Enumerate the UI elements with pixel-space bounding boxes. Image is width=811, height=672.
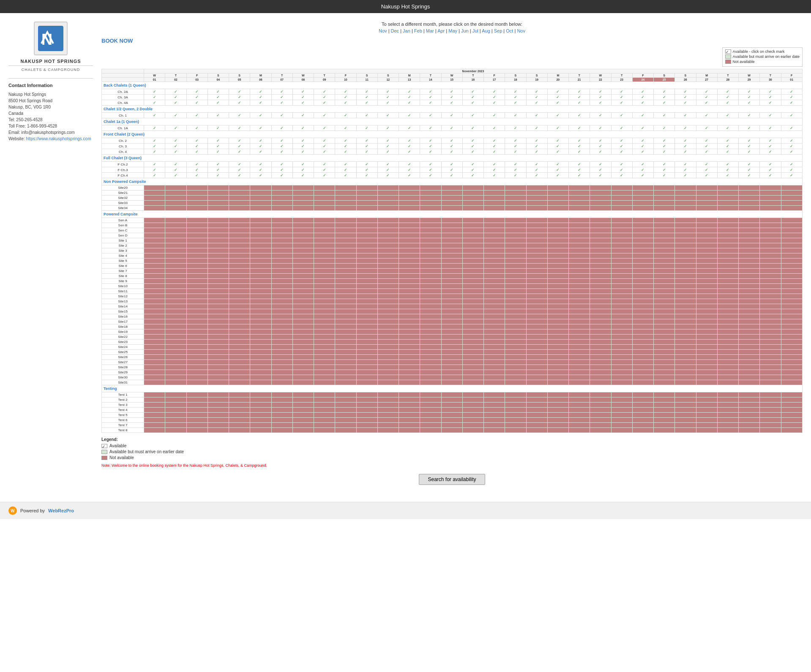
calendar-cell[interactable]: ✓ — [356, 173, 377, 178]
calendar-cell[interactable]: ✓ — [229, 173, 250, 178]
calendar-cell[interactable]: ✓ — [292, 125, 314, 131]
calendar-cell[interactable]: ✓ — [356, 162, 377, 167]
calendar-cell[interactable]: ✓ — [484, 113, 505, 118]
contact-website-link[interactable]: https://www.nakusphotsprings.com — [26, 136, 91, 141]
calendar-cell[interactable]: ✓ — [654, 125, 675, 131]
calendar-cell[interactable]: ✓ — [590, 162, 611, 167]
calendar-cell[interactable]: ✓ — [505, 89, 526, 95]
calendar-cell[interactable]: ✓ — [675, 89, 696, 95]
calendar-cell[interactable]: ✓ — [760, 95, 781, 100]
calendar-cell[interactable]: ✓ — [696, 167, 717, 173]
calendar-cell[interactable]: ✓ — [547, 144, 568, 149]
month-link-jan-2[interactable]: Jan — [403, 28, 410, 33]
calendar-cell[interactable]: ✓ — [760, 167, 781, 173]
calendar-cell[interactable]: ✓ — [441, 95, 462, 100]
calendar-cell[interactable]: ✓ — [314, 162, 335, 167]
calendar-cell[interactable]: ✓ — [186, 100, 208, 106]
calendar-cell[interactable]: ✓ — [420, 100, 441, 106]
calendar-cell[interactable]: ✓ — [505, 144, 526, 149]
calendar-cell[interactable]: ✓ — [314, 173, 335, 178]
calendar-cell[interactable]: ✓ — [462, 173, 483, 178]
calendar-cell[interactable]: ✓ — [356, 100, 377, 106]
calendar-cell[interactable]: ✓ — [739, 89, 760, 95]
calendar-cell[interactable]: ✓ — [547, 162, 568, 167]
calendar-cell[interactable]: ✓ — [717, 95, 738, 100]
calendar-cell[interactable]: ✓ — [569, 144, 590, 149]
calendar-cell[interactable]: ✓ — [271, 144, 292, 149]
calendar-cell[interactable]: ✓ — [271, 113, 292, 118]
calendar-cell[interactable]: ✓ — [696, 95, 717, 100]
calendar-cell[interactable]: ✓ — [717, 125, 738, 131]
calendar-cell[interactable]: ✓ — [611, 144, 632, 149]
calendar-cell[interactable]: ✓ — [144, 162, 165, 167]
calendar-cell[interactable]: ✓ — [271, 89, 292, 95]
calendar-cell[interactable]: ✓ — [547, 167, 568, 173]
calendar-cell[interactable]: ✓ — [250, 125, 271, 131]
calendar-cell[interactable]: ✓ — [484, 162, 505, 167]
calendar-cell[interactable]: ✓ — [505, 100, 526, 106]
calendar-cell[interactable]: ✓ — [739, 162, 760, 167]
calendar-cell[interactable]: ✓ — [632, 89, 653, 95]
calendar-cell[interactable]: ✓ — [760, 100, 781, 106]
calendar-cell[interactable]: ✓ — [335, 89, 356, 95]
calendar-cell[interactable]: ✓ — [611, 125, 632, 131]
calendar-cell[interactable]: ✓ — [632, 144, 653, 149]
calendar-cell[interactable]: ✓ — [441, 173, 462, 178]
calendar-cell[interactable]: ✓ — [654, 149, 675, 155]
calendar-cell[interactable]: ✓ — [144, 95, 165, 100]
calendar-cell[interactable]: ✓ — [229, 89, 250, 95]
calendar-cell[interactable]: ✓ — [441, 113, 462, 118]
calendar-cell[interactable]: ✓ — [250, 89, 271, 95]
calendar-cell[interactable]: ✓ — [739, 144, 760, 149]
calendar-cell[interactable]: ✓ — [292, 173, 314, 178]
calendar-cell[interactable]: ✓ — [739, 138, 760, 144]
calendar-cell[interactable]: ✓ — [335, 167, 356, 173]
calendar-cell[interactable]: ✓ — [335, 162, 356, 167]
calendar-cell[interactable]: ✓ — [208, 167, 229, 173]
calendar-cell[interactable]: ✓ — [484, 125, 505, 131]
calendar-cell[interactable]: ✓ — [314, 125, 335, 131]
calendar-cell[interactable]: ✓ — [165, 162, 186, 167]
month-link-may-6[interactable]: May — [448, 28, 457, 33]
calendar-cell[interactable]: ✓ — [144, 125, 165, 131]
calendar-cell[interactable]: ✓ — [717, 113, 738, 118]
calendar-cell[interactable]: ✓ — [505, 95, 526, 100]
calendar-cell[interactable]: ✓ — [611, 149, 632, 155]
calendar-cell[interactable]: ✓ — [781, 138, 803, 144]
calendar-cell[interactable]: ✓ — [377, 173, 399, 178]
calendar-cell[interactable]: ✓ — [335, 149, 356, 155]
calendar-cell[interactable]: ✓ — [654, 89, 675, 95]
calendar-cell[interactable]: ✓ — [675, 149, 696, 155]
calendar-cell[interactable]: ✓ — [292, 162, 314, 167]
calendar-cell[interactable]: ✓ — [186, 95, 208, 100]
calendar-cell[interactable]: ✓ — [760, 149, 781, 155]
calendar-cell[interactable]: ✓ — [484, 95, 505, 100]
calendar-cell[interactable]: ✓ — [484, 100, 505, 106]
calendar-cell[interactable]: ✓ — [186, 89, 208, 95]
calendar-cell[interactable]: ✓ — [462, 89, 483, 95]
calendar-cell[interactable]: ✓ — [462, 100, 483, 106]
calendar-cell[interactable]: ✓ — [654, 173, 675, 178]
calendar-cell[interactable]: ✓ — [611, 138, 632, 144]
calendar-cell[interactable]: ✓ — [208, 149, 229, 155]
calendar-cell[interactable]: ✓ — [314, 144, 335, 149]
calendar-cell[interactable]: ✓ — [654, 138, 675, 144]
calendar-cell[interactable]: ✓ — [484, 89, 505, 95]
calendar-cell[interactable]: ✓ — [547, 100, 568, 106]
calendar-cell[interactable]: ✓ — [569, 173, 590, 178]
calendar-cell[interactable]: ✓ — [547, 89, 568, 95]
calendar-cell[interactable]: ✓ — [611, 89, 632, 95]
calendar-cell[interactable]: ✓ — [420, 89, 441, 95]
calendar-cell[interactable]: ✓ — [526, 125, 547, 131]
calendar-cell[interactable]: ✓ — [760, 173, 781, 178]
calendar-cell[interactable]: ✓ — [250, 162, 271, 167]
calendar-cell[interactable]: ✓ — [377, 125, 399, 131]
calendar-cell[interactable]: ✓ — [292, 149, 314, 155]
calendar-cell[interactable]: ✓ — [632, 125, 653, 131]
calendar-cell[interactable]: ✓ — [675, 173, 696, 178]
calendar-cell[interactable]: ✓ — [399, 100, 420, 106]
calendar-cell[interactable]: ✓ — [781, 173, 803, 178]
calendar-cell[interactable]: ✓ — [739, 173, 760, 178]
calendar-cell[interactable]: ✓ — [144, 144, 165, 149]
calendar-cell[interactable]: ✓ — [208, 89, 229, 95]
